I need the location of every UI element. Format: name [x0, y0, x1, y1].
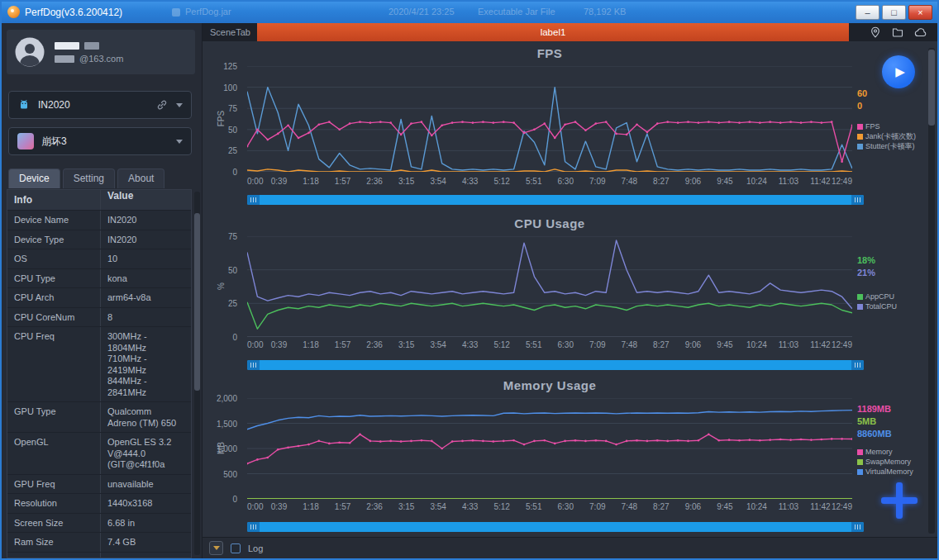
y-axis-ticks: 0255075 — [203, 236, 241, 337]
tab-device[interactable]: Device — [8, 168, 60, 188]
log-checkbox[interactable] — [231, 543, 241, 553]
main-panel: SceneTab label1 FPS FPS 0255075100125 60… — [202, 23, 937, 558]
table-row[interactable]: Device TypeIN2020 — [7, 230, 191, 249]
info-column-header: Info — [7, 194, 100, 206]
scrollbar-right-cap[interactable] — [851, 522, 864, 532]
current-value: 21% — [857, 267, 875, 279]
location-pin-icon[interactable] — [870, 26, 881, 38]
scene-tab-label1[interactable]: label1 — [257, 23, 849, 41]
chart-scrollbar[interactable] — [247, 195, 864, 205]
table-row[interactable]: GPU TypeQualcomm Adreno (TM) 650 — [7, 401, 191, 432]
folder-icon[interactable] — [892, 26, 903, 38]
table-row[interactable]: CPU CoreNum8 — [7, 307, 191, 327]
background-file-size: 78,192 KB — [584, 7, 626, 17]
table-row[interactable]: CPU Archarm64-v8a — [7, 287, 191, 307]
chevron-down-icon — [176, 140, 183, 144]
table-row[interactable]: Ram Size7.4 GB — [7, 532, 191, 552]
maximize-button[interactable]: □ — [882, 5, 906, 20]
collapse-button[interactable] — [209, 541, 223, 555]
legend-swatch — [857, 449, 863, 455]
chart-legend: AppCPUTotalCPU — [857, 292, 897, 311]
table-row[interactable]: OS10 — [7, 249, 191, 268]
background-file-type: Executable Jar File — [478, 7, 555, 17]
chart-scrollbar[interactable] — [247, 360, 864, 370]
row-label: CPU Arch — [7, 288, 100, 307]
row-label: Screen Size — [7, 514, 100, 533]
current-values: 18%21% — [857, 254, 875, 279]
cloud-icon[interactable] — [914, 27, 927, 37]
device-select-value: IN2020 — [38, 99, 151, 111]
legend-item: Jank(卡顿次数) — [857, 132, 916, 140]
cpu-chart: CPU Usage % 0255075 18%21% AppCPUTotalCP… — [203, 215, 937, 377]
chart-title: Memory Usage — [247, 378, 852, 392]
table-row[interactable]: GPU Frequnavailable — [7, 474, 191, 494]
legend-item: TotalCPU — [857, 302, 897, 311]
title-bar[interactable]: PerfDog(v3.6.200412) PerfDog.jar 2020/4/… — [2, 2, 937, 23]
current-values: 600 — [857, 88, 867, 112]
table-row[interactable]: Screen Size6.68 in — [7, 513, 191, 533]
x-axis-ticks: 0:000:391:181:572:363:153:544:335:125:51… — [247, 177, 852, 188]
tab-about[interactable]: About — [117, 168, 164, 188]
bottom-bar: Log — [203, 537, 937, 558]
app-select[interactable]: 崩坏3 — [8, 127, 192, 155]
close-button[interactable]: × — [908, 5, 932, 20]
window-title: PerfDog(v3.6.200412) — [25, 7, 122, 18]
scrollbar-right-cap[interactable] — [851, 195, 864, 205]
row-label: OpenGL — [7, 433, 100, 474]
row-label: LMK Threshold — [7, 553, 100, 559]
table-row[interactable]: OpenGLOpenGL ES 3.2 V@444.0 (GIT@c4f1f0a — [7, 432, 191, 474]
user-card[interactable]: @163.com — [7, 30, 195, 74]
y-axis-ticks: 0255075100125 — [203, 66, 241, 172]
device-select[interactable]: IN2020 — [8, 91, 192, 119]
fps-chart: FPS FPS 0255075100125 600 FPSJank(卡顿次数)S… — [203, 45, 937, 215]
scrollbar-left-cap[interactable] — [247, 360, 260, 370]
row-value: arm64-v8a — [100, 288, 191, 307]
row-value: Qualcomm Adreno (TM) 650 — [100, 402, 191, 432]
window-controls: – □ × — [856, 5, 932, 20]
table-row[interactable]: Device NameIN2020 — [7, 210, 191, 230]
legend-swatch — [857, 144, 863, 149]
redacted-name — [55, 42, 79, 50]
log-label: Log — [248, 543, 263, 553]
row-label: CPU Freq — [7, 327, 100, 401]
vertical-scrollbar[interactable] — [928, 48, 935, 534]
chart-scrollbar[interactable] — [247, 522, 864, 532]
legend-item: FPS — [857, 122, 916, 131]
background-file-icon — [172, 8, 180, 17]
scene-tab-label: SceneTab — [210, 23, 250, 41]
tab-setting[interactable]: Setting — [63, 168, 115, 188]
minimize-button[interactable]: – — [856, 5, 879, 20]
current-value: 1189MB — [857, 403, 892, 415]
table-row[interactable]: LMK Threshold216MB — [7, 552, 191, 559]
table-row[interactable]: CPU Typekona — [7, 268, 191, 288]
scrollbar-right-cap[interactable] — [851, 360, 864, 370]
table-row[interactable]: CPU Freq300MHz - 1804MHz 710MHz - 2419MH… — [7, 326, 191, 401]
app-icon — [17, 133, 34, 149]
legend-swatch — [857, 124, 863, 130]
add-chart-button[interactable] — [881, 482, 918, 519]
row-value: 300MHz - 1804MHz 710MHz - 2419MHz 844MHz… — [100, 327, 191, 401]
legend-swatch — [857, 459, 863, 465]
plot-area — [247, 236, 852, 337]
scrollbar-thumb[interactable] — [928, 50, 935, 126]
current-value: 8860MB — [857, 428, 892, 440]
scrollbar-left-cap[interactable] — [247, 522, 260, 532]
chevron-down-icon — [176, 103, 183, 107]
play-button[interactable]: ▶ — [882, 55, 915, 88]
plot-area — [247, 66, 852, 172]
plot-area — [247, 398, 852, 499]
scrollbar-left-cap[interactable] — [247, 195, 260, 205]
sidebar-scrollbar[interactable] — [194, 192, 200, 555]
row-label: GPU Type — [7, 402, 100, 432]
scrollbar-thumb[interactable] — [194, 213, 200, 391]
background-file-date: 2020/4/21 23:25 — [388, 7, 455, 17]
legend-swatch — [857, 304, 863, 310]
current-value: 60 — [857, 88, 867, 100]
row-label: CPU Type — [7, 269, 100, 288]
row-value: 1440x3168 — [100, 494, 191, 513]
legend-item: VirtualMemory — [857, 467, 913, 476]
table-row[interactable]: Resolution1440x3168 — [7, 493, 191, 513]
chart-legend: MemorySwapMemoryVirtualMemory — [857, 448, 913, 476]
wireless-link-icon[interactable] — [156, 99, 168, 111]
legend-swatch — [857, 294, 863, 300]
